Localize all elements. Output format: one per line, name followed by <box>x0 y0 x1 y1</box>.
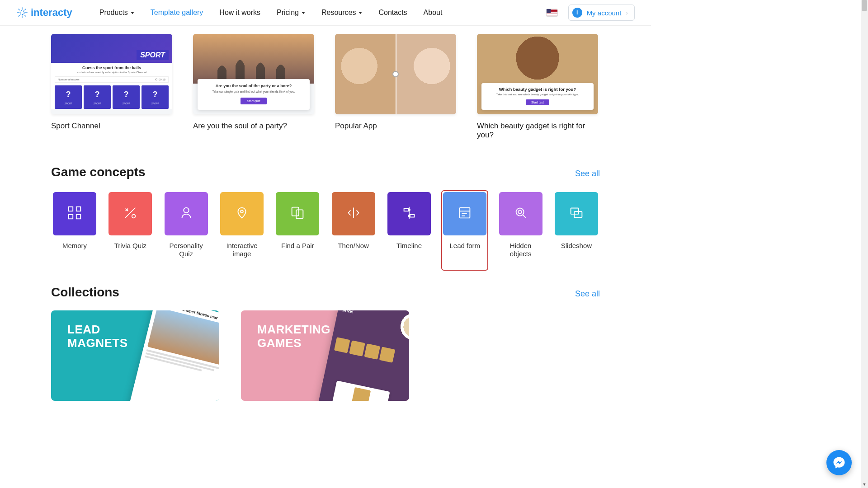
concept-icon <box>289 204 306 223</box>
collections-row: LEADMAGNETS Summer fitness mar MARKETING… <box>51 310 600 401</box>
topbar-right: i My account › <box>547 5 635 21</box>
nav-about-label: About <box>424 9 443 17</box>
template-card-soul-party[interactable]: Are you the soul of the party or a bore?… <box>193 34 314 140</box>
concept-tile <box>53 192 96 235</box>
template-card-popular-app[interactable]: Popular App <box>335 34 456 140</box>
svg-point-23 <box>408 209 410 211</box>
collection-card-lead-magnets[interactable]: LEADMAGNETS Summer fitness mar <box>51 310 219 401</box>
template-card-beauty-gadget[interactable]: Which beauty gadget is right for you? Ta… <box>477 34 598 140</box>
nav-pricing-label: Pricing <box>277 9 299 17</box>
brand-logo[interactable]: interacty <box>16 7 72 19</box>
concept-slideshow[interactable]: Slideshow <box>555 192 598 250</box>
concept-interactive-image[interactable]: Interactive image <box>220 192 264 258</box>
caret-down-icon <box>359 12 362 14</box>
concept-memory[interactable]: Memory <box>53 192 96 250</box>
thumb-beauty-btn: Start test <box>526 99 549 105</box>
nav-products-label: Products <box>99 9 128 17</box>
concept-label: Trivia Quiz <box>114 242 146 250</box>
concept-find-a-pair[interactable]: Find a Pair <box>276 192 319 250</box>
concept-icon <box>66 204 83 223</box>
game-concepts-row: Memory Trivia Quiz Personality Quiz Inte… <box>51 190 600 260</box>
svg-rect-10 <box>76 207 81 211</box>
concept-icon <box>456 204 473 223</box>
concept-lead-form[interactable]: Lead form <box>443 192 486 250</box>
concept-tile <box>220 192 264 235</box>
nav-contacts-label: Contacts <box>378 9 407 17</box>
thumb-party-btn: Start quiz <box>241 98 267 104</box>
brand-logo-icon <box>16 7 28 19</box>
svg-rect-12 <box>76 215 81 219</box>
svg-rect-17 <box>292 207 299 216</box>
template-thumb: SPORT channel Guess the sport from the b… <box>51 34 172 114</box>
section-header-game-concepts: Game concepts See all <box>51 165 600 179</box>
svg-point-30 <box>518 210 522 214</box>
main-content: SPORT channel Guess the sport from the b… <box>51 34 600 419</box>
concept-label: Hidden objects <box>499 242 542 258</box>
top-bar: interacty Products Template gallery How … <box>0 0 651 26</box>
template-thumb: Are you the soul of the party or a bore?… <box>193 34 314 114</box>
templates-row: SPORT channel Guess the sport from the b… <box>51 34 600 140</box>
concept-timeline[interactable]: Timeline <box>387 192 431 250</box>
nav-resources-label: Resources <box>321 9 356 17</box>
concept-icon <box>401 204 418 223</box>
before-after-handle-icon <box>392 71 399 77</box>
nav-template-gallery[interactable]: Template gallery <box>151 9 203 17</box>
nav-pricing[interactable]: Pricing <box>277 9 305 17</box>
language-flag-us[interactable] <box>547 9 557 16</box>
svg-rect-18 <box>296 210 303 218</box>
svg-point-14 <box>132 215 136 218</box>
nav-template-gallery-label: Template gallery <box>151 9 203 17</box>
nav-contacts[interactable]: Contacts <box>378 9 407 17</box>
my-account-button[interactable]: i My account › <box>568 5 635 21</box>
svg-rect-9 <box>69 207 73 211</box>
svg-line-8 <box>19 15 20 16</box>
template-card-sport-channel[interactable]: SPORT channel Guess the sport from the b… <box>51 34 172 140</box>
caret-down-icon <box>302 12 305 14</box>
concept-label: Memory <box>62 242 87 250</box>
svg-line-6 <box>24 15 26 16</box>
thumb-party-sub: Take our simple quiz and find out what y… <box>203 90 304 93</box>
concept-label: Slideshow <box>561 242 592 250</box>
svg-point-29 <box>516 208 524 216</box>
concept-label: Find a Pair <box>281 242 314 250</box>
svg-rect-25 <box>460 208 470 218</box>
svg-line-31 <box>523 215 526 218</box>
concept-label: Interactive image <box>220 242 264 258</box>
concept-trivia-quiz[interactable]: Trivia Quiz <box>108 192 152 250</box>
concept-label: Personality Quiz <box>165 242 208 258</box>
concept-tile <box>387 192 431 235</box>
thumb-sport-sublabel: channel <box>153 63 168 66</box>
primary-nav: Products Template gallery How it works P… <box>99 9 547 17</box>
nav-how-it-works[interactable]: How it works <box>219 9 260 17</box>
concept-label: Lead form <box>450 242 481 250</box>
nav-about[interactable]: About <box>424 9 443 17</box>
nav-resources[interactable]: Resources <box>321 9 362 17</box>
see-all-link-concepts[interactable]: See all <box>575 169 600 178</box>
template-title: Which beauty gadget is right for you? <box>477 122 598 140</box>
see-all-link-collections[interactable]: See all <box>575 289 600 299</box>
brand-name: interacty <box>31 7 72 19</box>
collection-card-marketing-games[interactable]: MARKETINGGAMES Find pairs and get a priz… <box>241 310 409 401</box>
concept-personality-quiz[interactable]: Personality Quiz <box>165 192 208 258</box>
svg-line-5 <box>19 9 20 10</box>
concept-label: Timeline <box>396 242 422 250</box>
concept-then-now[interactable]: Then/Now <box>332 192 375 250</box>
thumb-moves-label: Number of moves: <box>58 78 80 81</box>
my-account-label: My account <box>587 9 622 17</box>
nav-products[interactable]: Products <box>99 9 134 17</box>
thumb-beauty-title: Which beauty gadget is right for you? <box>486 87 589 92</box>
svg-point-15 <box>184 208 189 213</box>
concept-tile <box>555 192 598 235</box>
concept-tile <box>443 192 486 235</box>
concept-tile <box>165 192 208 235</box>
concept-hidden-objects[interactable]: Hidden objects <box>499 192 542 258</box>
concept-tile <box>276 192 319 235</box>
thumb-party-title: Are you the soul of the party or a bore? <box>203 84 304 88</box>
concept-icon <box>178 204 195 223</box>
thumb-beauty-sub: Take this test and see which beauty gadg… <box>486 93 589 96</box>
svg-point-24 <box>408 215 410 217</box>
concept-icon <box>345 204 362 223</box>
template-thumb <box>335 34 456 114</box>
thumb-sport-label: SPORT <box>137 50 169 60</box>
section-header-collections: Collections See all <box>51 285 600 300</box>
